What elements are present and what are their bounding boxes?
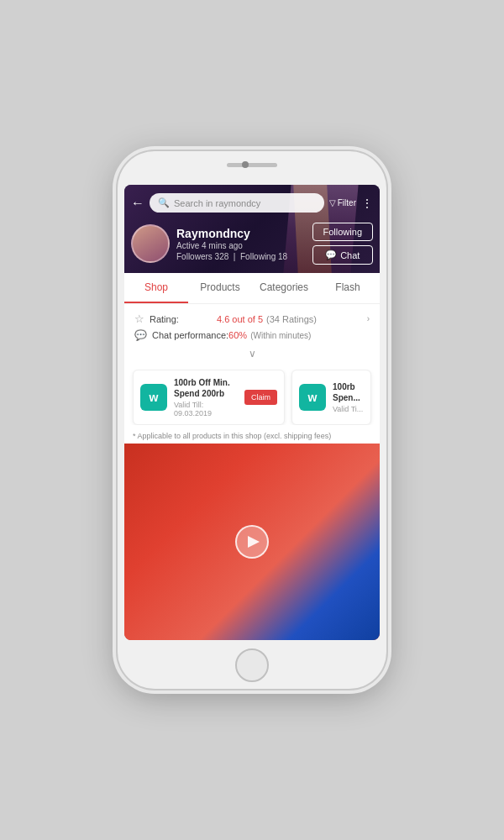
home-button[interactable] xyxy=(235,648,269,682)
profile-row: Raymondncy Active 4 mins ago Followers 3… xyxy=(124,218,380,273)
followers-label: Followers xyxy=(176,252,213,261)
filter-icon: ▽ xyxy=(329,198,336,207)
tab-shop[interactable]: Shop xyxy=(124,273,188,303)
profile-followers: Followers 328 | Following 18 xyxy=(176,252,306,261)
back-button[interactable]: ← xyxy=(131,196,144,211)
filter-button[interactable]: ▽ Filter xyxy=(329,198,356,207)
voucher-validity-1: Valid Till: 09.03.2019 xyxy=(174,401,238,417)
rating-label: Rating: xyxy=(150,314,217,324)
video-section[interactable] xyxy=(124,444,380,640)
play-button[interactable] xyxy=(235,525,269,559)
vouchers-section: w 100rb Off Min. Spend 200rb Valid Till:… xyxy=(124,363,380,428)
filter-label: Filter xyxy=(338,198,356,207)
voucher-logo-1: w xyxy=(140,384,167,411)
screen: ← 🔍 Search in raymondcy ▽ Filter ⋮ Raymo… xyxy=(124,185,380,640)
chat-icon: 💬 xyxy=(325,249,337,260)
vouchers-scroll: w 100rb Off Min. Spend 200rb Valid Till:… xyxy=(124,370,380,425)
profile-name: Raymondncy xyxy=(176,227,306,240)
expand-icon: ∨ xyxy=(249,348,256,360)
avatar-image xyxy=(133,226,168,261)
followers-count: 328 xyxy=(215,252,229,261)
voucher-info-2: 100rb Spen... Valid Ti... xyxy=(333,381,364,413)
tab-flash[interactable]: Flash xyxy=(316,273,380,303)
search-bar-row: ← 🔍 Search in raymondcy ▽ Filter ⋮ xyxy=(124,185,380,218)
chat-performance-row: 💬 Chat performance: 60% (Within minutes) xyxy=(134,329,370,341)
tabs-row: Shop Products Categories Flash xyxy=(124,273,380,304)
voucher-card-1: w 100rb Off Min. Spend 200rb Valid Till:… xyxy=(133,370,285,425)
expand-row[interactable]: ∨ xyxy=(124,344,380,363)
disclaimer-text: * Applicable to all products in this sho… xyxy=(124,428,380,444)
rating-arrow-icon[interactable]: › xyxy=(367,314,370,323)
rating-section: ☆ Rating: 4.6 out of 5 (34 Ratings) › 💬 … xyxy=(124,304,380,344)
tab-categories[interactable]: Categories xyxy=(252,273,316,303)
voucher-info-1: 100rb Off Min. Spend 200rb Valid Till: 0… xyxy=(174,377,238,417)
rating-value: 4.6 out of 5 xyxy=(217,314,263,324)
chat-button[interactable]: 💬 Chat xyxy=(312,245,373,265)
claim-button-1[interactable]: Claim xyxy=(244,390,277,405)
profile-info: Raymondncy Active 4 mins ago Followers 3… xyxy=(176,227,306,261)
following-label: Following xyxy=(240,252,276,261)
search-box[interactable]: 🔍 Search in raymondcy xyxy=(150,193,324,213)
chat-performance-label: Chat performance: xyxy=(152,330,228,340)
search-icon: 🔍 xyxy=(158,197,170,208)
following-button[interactable]: Following xyxy=(312,223,373,241)
avatar xyxy=(131,224,170,263)
phone-speaker xyxy=(227,163,277,167)
rating-row: ☆ Rating: 4.6 out of 5 (34 Ratings) › xyxy=(134,312,370,325)
voucher-title-1: 100rb Off Min. Spend 200rb xyxy=(174,377,238,399)
star-icon: ☆ xyxy=(134,312,144,325)
chat-performance-value: 60% xyxy=(228,330,247,340)
chat-performance-icon: 💬 xyxy=(134,329,147,341)
search-placeholder-text: Search in raymondcy xyxy=(174,198,260,208)
header-banner: ← 🔍 Search in raymondcy ▽ Filter ⋮ Raymo… xyxy=(124,185,380,273)
play-icon xyxy=(248,536,260,548)
chat-label: Chat xyxy=(340,250,360,260)
voucher-card-2: w 100rb Spen... Valid Ti... xyxy=(291,370,371,425)
chat-performance-note: (Within minutes) xyxy=(250,331,311,340)
rating-count: (34 Ratings) xyxy=(266,314,317,324)
phone-frame: ← 🔍 Search in raymondcy ▽ Filter ⋮ Raymo… xyxy=(118,151,386,689)
profile-status: Active 4 mins ago xyxy=(176,241,306,250)
voucher-validity-2: Valid Ti... xyxy=(333,405,364,413)
tab-products[interactable]: Products xyxy=(188,273,252,303)
profile-actions: Following 💬 Chat xyxy=(312,223,373,265)
voucher-logo-2: w xyxy=(299,384,326,411)
voucher-title-2: 100rb Spen... xyxy=(333,381,364,403)
more-button[interactable]: ⋮ xyxy=(361,197,373,210)
phone-camera xyxy=(242,161,249,168)
following-count: 18 xyxy=(278,252,287,261)
